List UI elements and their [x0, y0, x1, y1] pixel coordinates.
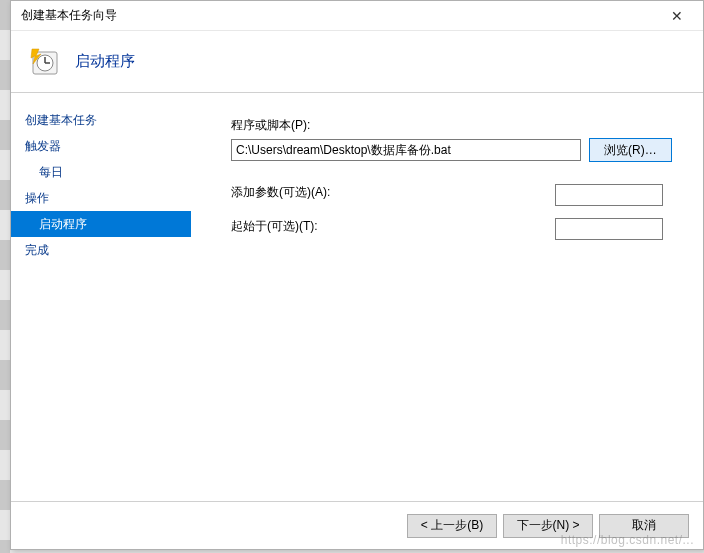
next-button[interactable]: 下一步(N) > — [503, 514, 593, 538]
wizard-main: 程序或脚本(P): 浏览(R)… 添加参数(可选)(A): 起始于(可选)(T)… — [191, 93, 703, 501]
sidebar-item-start-program[interactable]: 启动程序 — [11, 211, 191, 237]
wizard-body: 创建基本任务 触发器 每日 操作 启动程序 完成 程序或脚本(P): 浏览(R)… — [11, 93, 703, 501]
back-button[interactable]: < 上一步(B) — [407, 514, 497, 538]
cancel-button[interactable]: 取消 — [599, 514, 689, 538]
sidebar-item-trigger[interactable]: 触发器 — [11, 133, 191, 159]
sidebar-item-daily[interactable]: 每日 — [11, 159, 191, 185]
sidebar-item-finish[interactable]: 完成 — [11, 237, 191, 263]
close-icon: ✕ — [671, 8, 683, 24]
close-button[interactable]: ✕ — [657, 2, 697, 30]
titlebar: 创建基本任务向导 ✕ — [11, 1, 703, 31]
window-title: 创建基本任务向导 — [21, 7, 657, 24]
wizard-dialog: 创建基本任务向导 ✕ 启动程序 创建基本任务 触发器 每日 操作 启动程序 完成 — [10, 0, 704, 550]
arguments-row: 添加参数(可选)(A): — [231, 184, 683, 208]
wizard-footer: < 上一步(B) 下一步(N) > 取消 — [11, 501, 703, 549]
startin-label: 起始于(可选)(T): — [231, 219, 318, 233]
startin-row: 起始于(可选)(T): — [231, 218, 683, 242]
wizard-header: 启动程序 — [11, 31, 703, 93]
arguments-label: 添加参数(可选)(A): — [231, 185, 330, 199]
sidebar-item-action[interactable]: 操作 — [11, 185, 191, 211]
script-path-input[interactable] — [231, 139, 581, 161]
arguments-input[interactable] — [555, 184, 663, 206]
browse-button[interactable]: 浏览(R)… — [589, 138, 672, 162]
page-title: 启动程序 — [75, 52, 135, 71]
wizard-sidebar: 创建基本任务 触发器 每日 操作 启动程序 完成 — [11, 93, 191, 501]
script-row: 浏览(R)… — [231, 138, 683, 162]
script-label: 程序或脚本(P): — [231, 117, 683, 134]
clock-wizard-icon — [29, 46, 61, 78]
startin-input[interactable] — [555, 218, 663, 240]
sidebar-item-create-task[interactable]: 创建基本任务 — [11, 107, 191, 133]
background-strip — [0, 0, 10, 553]
